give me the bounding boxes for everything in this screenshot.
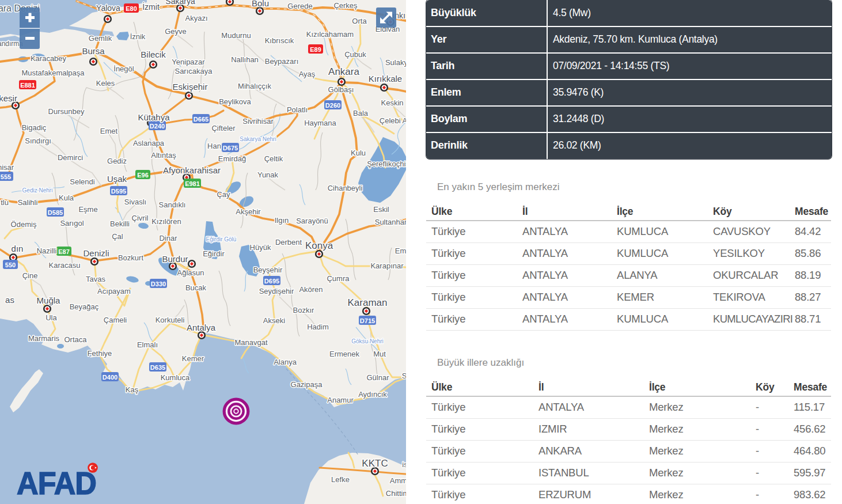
svg-text:Antalya: Antalya (187, 323, 216, 332)
svg-text:Hadim: Hadim (307, 323, 329, 331)
svg-text:Emi: Emi (395, 247, 406, 255)
svg-text:Beylikova: Beylikova (219, 97, 251, 106)
svg-text:Seydişehir: Seydişehir (259, 287, 294, 295)
svg-text:Keles: Keles (96, 79, 115, 88)
svg-text:D675: D675 (223, 145, 238, 151)
svg-text:Şereflikoçhis: Şereflikoçhis (367, 160, 406, 168)
svg-text:Sakarya: Sakarya (165, 0, 195, 6)
svg-text:Keskin: Keskin (381, 98, 403, 107)
svg-text:Ermenek: Ermenek (329, 350, 360, 358)
svg-text:Altıntaş: Altıntaş (151, 151, 176, 160)
svg-text:Muğla: Muğla (37, 295, 61, 305)
svg-text:Denizli: Denizli (83, 248, 109, 258)
svg-text:Dursunbey: Dursunbey (48, 107, 85, 116)
svg-text:ıkesir: ıkesir (0, 93, 17, 103)
svg-text:Mustafakemalpaşa: Mustafakemalpaşa (21, 69, 85, 77)
svg-text:Çay: Çay (217, 190, 230, 199)
svg-text:Gerede: Gerede (287, 2, 312, 10)
svg-text:Ankara: Ankara (328, 66, 359, 77)
svg-text:D330: D330 (151, 281, 166, 287)
svg-text:Karacabey: Karacabey (31, 54, 67, 63)
svg-text:is: is (402, 460, 406, 469)
svg-text:Emet: Emet (100, 127, 118, 135)
svg-text:Eğirdir Gölü: Eğirdir Gölü (206, 236, 237, 242)
svg-text:Anamur: Anamur (327, 396, 354, 404)
svg-text:Kırıkkale: Kırıkkale (369, 74, 402, 84)
svg-text:Chittim: Chittim (386, 489, 406, 498)
svg-text:Kütahya: Kütahya (138, 112, 170, 122)
svg-text:İzmit: İzmit (142, 2, 160, 12)
svg-text:Sultanhan: Sultanhan (375, 218, 406, 226)
svg-text:Kula: Kula (59, 194, 74, 202)
svg-text:Ortaca: Ortaca (64, 335, 87, 344)
svg-text:Çivril: Çivril (132, 214, 149, 222)
svg-text:tlu: tlu (1, 198, 9, 207)
svg-text:Sarayönü: Sarayönü (296, 217, 328, 225)
svg-text:Sarıgol: Sarıgol (60, 219, 84, 228)
svg-text:AFAD: AFAD (17, 465, 96, 501)
svg-text:Amm: Amm (390, 476, 406, 485)
svg-text:E80: E80 (126, 5, 137, 12)
svg-text:E89: E89 (310, 46, 321, 53)
svg-text:Sivrihisar: Sivrihisar (242, 117, 274, 126)
svg-text:S: S (402, 372, 406, 380)
svg-text:Kıbrıscık: Kıbrıscık (265, 36, 294, 45)
svg-text:Manavgat: Manavgat (234, 338, 267, 347)
svg-text:Elmalı: Elmalı (137, 340, 158, 349)
svg-text:Eskişehir: Eskişehir (173, 82, 208, 92)
svg-text:Aslanapa: Aslanapa (133, 139, 165, 147)
svg-text:Gemlik: Gemlik (89, 34, 112, 43)
svg-text:Bursa: Bursa (82, 46, 105, 56)
svg-text:Cihanbeyli: Cihanbeyli (328, 184, 363, 192)
svg-text:Bekilli: Bekilli (110, 219, 130, 228)
svg-text:Sındırgı: Sındırgı (25, 137, 51, 145)
svg-text:Çerkeş: Çerkeş (333, 1, 358, 10)
svg-text:Selendi: Selendi (70, 177, 94, 186)
svg-text:Akşehir: Akşehir (236, 207, 261, 216)
svg-text:550: 550 (5, 262, 16, 268)
svg-text:Sarıcakaya: Sarıcakaya (175, 67, 213, 75)
svg-text:Uşak: Uşak (107, 174, 127, 184)
svg-text:Eşme: Eşme (78, 205, 97, 214)
svg-text:D635: D635 (150, 364, 165, 371)
svg-text:İznik: İznik (130, 32, 146, 41)
svg-text:Çumra: Çumra (327, 274, 350, 283)
svg-text:Beypazarı: Beypazarı (265, 57, 299, 66)
svg-text:Bozkurt: Bozkurt (118, 253, 143, 262)
svg-text:Bozkır: Bozkır (293, 306, 315, 314)
svg-text:Kulu: Kulu (351, 149, 366, 157)
svg-text:Bucak: Bucak (185, 283, 207, 292)
svg-text:Haymana: Haymana (304, 119, 336, 127)
svg-text:D715: D715 (360, 317, 375, 324)
svg-text:Gülnar: Gülnar (366, 373, 389, 382)
svg-text:Gazipaşa: Gazipaşa (291, 380, 323, 389)
svg-text:Göksu Nehri: Göksu Nehri (351, 338, 384, 344)
svg-text:D400: D400 (103, 374, 117, 381)
svg-text:Alanya: Alanya (274, 358, 297, 366)
svg-text:İnegöl: İnegöl (113, 65, 134, 73)
svg-text:Marmaris: Marmaris (28, 334, 60, 343)
svg-text:Gölbaşı: Gölbaşı (328, 85, 354, 94)
svg-text:Kemer: Kemer (182, 354, 204, 363)
svg-text:Derbent: Derbent (275, 238, 302, 247)
svg-text:Çifteler: Çifteler (211, 124, 236, 132)
svg-text:Korkuteli: Korkuteli (155, 316, 185, 324)
svg-text:hisar: hisar (0, 163, 14, 172)
svg-text:Eğirdir: Eğirdir (203, 249, 225, 258)
svg-text:Geyve: Geyve (165, 27, 187, 36)
svg-text:E87: E87 (58, 248, 70, 255)
svg-text:Dinar: Dinar (159, 234, 177, 242)
svg-text:Bilecik: Bilecik (141, 50, 166, 59)
svg-text:Nallıhan: Nallıhan (231, 55, 259, 64)
svg-text:D665: D665 (194, 116, 208, 123)
svg-text:Karacasu: Karacasu (49, 261, 81, 270)
svg-text:Karapınar: Karapınar (370, 262, 404, 270)
svg-text:Çeltik: Çeltik (264, 154, 283, 163)
svg-text:Salihli: Salihli (18, 198, 38, 207)
svg-text:Tavas: Tavas (86, 275, 105, 283)
svg-text:Yenipazar: Yenipazar (172, 58, 205, 66)
svg-text:E881: E881 (20, 82, 35, 89)
svg-text:Ula: Ula (45, 313, 57, 322)
svg-text:Ağlasun: Ağlasun (177, 268, 204, 277)
svg-text:Aydıncık: Aydıncık (358, 390, 387, 399)
